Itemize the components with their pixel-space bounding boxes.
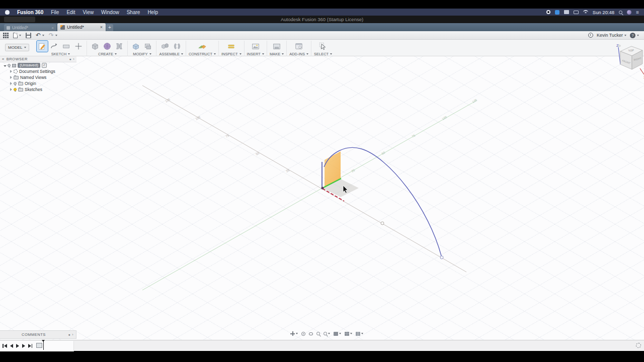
expand-closed-icon[interactable] xyxy=(10,70,12,73)
panel-expand-icon[interactable]: › xyxy=(73,57,74,61)
insert-menu[interactable]: INSERT xyxy=(247,52,264,56)
undo-button[interactable]: ↶ xyxy=(36,33,44,38)
workspace-switcher[interactable]: MODEL xyxy=(5,44,29,51)
row-label[interactable]: Sketches xyxy=(25,87,42,92)
fit-button[interactable] xyxy=(324,332,330,335)
construct-plane-button[interactable] xyxy=(197,41,208,52)
file-menu-button[interactable] xyxy=(13,33,21,38)
select-menu[interactable]: SELECT xyxy=(314,52,332,56)
insert-image-button[interactable] xyxy=(250,41,261,52)
browser-row-named-views[interactable]: Named Views xyxy=(0,74,76,80)
siri-icon[interactable] xyxy=(627,10,631,15)
point-tool-button[interactable] xyxy=(73,41,84,52)
create-form-button[interactable] xyxy=(102,41,113,52)
help-menu[interactable]: ? xyxy=(630,33,639,38)
visibility-bulb-icon[interactable] xyxy=(14,82,17,85)
look-at-button[interactable] xyxy=(309,332,313,335)
browser-root-row[interactable]: (Unsaved) ✓ xyxy=(0,62,76,68)
grid-snaps-button[interactable] xyxy=(345,332,352,336)
joint-button[interactable] xyxy=(172,41,183,52)
menubar-clock[interactable]: Sun 20:48 xyxy=(593,10,614,15)
close-icon[interactable]: × xyxy=(51,26,54,30)
data-panel-toggle-icon[interactable] xyxy=(3,33,9,38)
row-label[interactable]: Origin xyxy=(25,81,36,86)
redo-button[interactable]: ↷ xyxy=(49,33,57,38)
panel-dot-icon[interactable]: ● xyxy=(69,57,71,61)
select-tool-button[interactable] xyxy=(317,41,329,52)
inspect-menu[interactable]: INSPECT xyxy=(221,52,242,56)
tab-background-untitled[interactable]: Untitled* × xyxy=(4,24,56,31)
expand-open-icon[interactable] xyxy=(4,64,7,67)
make-button[interactable] xyxy=(271,41,282,52)
new-tab-button[interactable]: + xyxy=(106,24,113,31)
notification-center-icon[interactable]: ≡ xyxy=(636,10,639,15)
modify-menu[interactable]: MODIFY xyxy=(133,52,151,56)
sketch-menu[interactable]: SKETCH xyxy=(51,52,70,56)
create-menu[interactable]: CREATE xyxy=(98,52,117,56)
keyboard-status-icon[interactable] xyxy=(564,10,569,14)
menu-edit[interactable]: Edit xyxy=(66,10,75,15)
row-label[interactable]: Document Settings xyxy=(19,69,55,74)
fillet-button[interactable] xyxy=(130,41,141,52)
canvas-3d-viewport[interactable] xyxy=(0,56,644,340)
visibility-bulb-on-icon[interactable] xyxy=(14,88,17,91)
spotlight-search-icon[interactable] xyxy=(619,11,622,14)
account-menu[interactable]: Kevin Tucker xyxy=(597,33,626,38)
pan-button[interactable] xyxy=(290,331,298,336)
apple-icon[interactable] xyxy=(5,10,10,15)
extrude-button[interactable] xyxy=(90,41,101,52)
expand-closed-icon[interactable] xyxy=(10,76,12,79)
viewcube[interactable]: Z X TOP FRONT RIGHT xyxy=(612,40,644,80)
construct-menu[interactable]: CONSTRUCT xyxy=(189,52,216,56)
collapse-panel-icon[interactable]: « xyxy=(2,57,5,61)
status-app-icon[interactable] xyxy=(555,10,559,15)
go-to-start-button[interactable] xyxy=(3,344,7,348)
assemble-menu[interactable]: ASSEMBLE xyxy=(159,52,183,56)
press-pull-button[interactable] xyxy=(142,41,153,52)
rectangle-tool-button[interactable] xyxy=(61,41,72,52)
job-status-clock-icon[interactable] xyxy=(588,33,593,38)
display-settings-button[interactable] xyxy=(334,332,341,336)
comments-panel[interactable]: COMMENTS ● › xyxy=(0,330,76,339)
close-tab-button[interactable]: × xyxy=(100,25,103,30)
measure-button[interactable] xyxy=(226,41,237,52)
play-button[interactable] xyxy=(16,344,19,348)
go-to-end-button[interactable] xyxy=(28,344,33,348)
menu-share[interactable]: Share xyxy=(127,10,140,15)
expand-closed-icon[interactable] xyxy=(10,88,12,91)
viewports-button[interactable] xyxy=(356,332,363,336)
panel-expand-icon[interactable]: › xyxy=(72,333,73,336)
orbit-button[interactable] xyxy=(301,332,305,336)
loft-button[interactable] xyxy=(114,41,125,52)
new-component-button[interactable] xyxy=(159,41,171,52)
create-sketch-button[interactable] xyxy=(37,41,48,52)
menu-view[interactable]: View xyxy=(83,10,94,15)
scripts-addins-button[interactable] xyxy=(293,41,304,52)
step-forward-button[interactable] xyxy=(22,344,25,348)
menu-window[interactable]: Window xyxy=(101,10,119,15)
spline-tool-button[interactable] xyxy=(49,41,60,52)
screen-record-icon[interactable] xyxy=(546,10,550,14)
active-document-badge[interactable]: ✓ xyxy=(42,63,47,68)
display-status-icon[interactable] xyxy=(574,11,579,14)
browser-row-origin[interactable]: Origin xyxy=(0,80,76,86)
browser-row-sketches[interactable]: Sketches xyxy=(0,86,76,93)
browser-header[interactable]: « BROWSER ● › xyxy=(0,56,76,62)
document-root-label[interactable]: (Unsaved) xyxy=(18,63,40,68)
tab-active-untitled[interactable]: Untitled* × xyxy=(57,23,106,31)
panel-dot-icon[interactable]: ● xyxy=(68,333,70,336)
visibility-bulb-icon[interactable] xyxy=(8,64,11,67)
timeline-settings-gear-icon[interactable] xyxy=(636,343,641,348)
row-label[interactable]: Named Views xyxy=(20,75,46,80)
expand-closed-icon[interactable] xyxy=(10,82,12,85)
menu-app-name[interactable]: Fusion 360 xyxy=(17,10,43,15)
make-menu[interactable]: MAKE xyxy=(270,52,284,56)
wifi-icon[interactable] xyxy=(583,10,588,15)
step-back-button[interactable] xyxy=(10,344,13,348)
zoom-button[interactable] xyxy=(316,332,320,335)
addins-menu[interactable]: ADD-INS xyxy=(289,52,308,56)
save-button[interactable] xyxy=(26,33,31,38)
browser-row-document-settings[interactable]: Document Settings xyxy=(0,68,76,74)
menu-help[interactable]: Help xyxy=(147,10,158,15)
timeline-marker[interactable] xyxy=(36,343,42,348)
